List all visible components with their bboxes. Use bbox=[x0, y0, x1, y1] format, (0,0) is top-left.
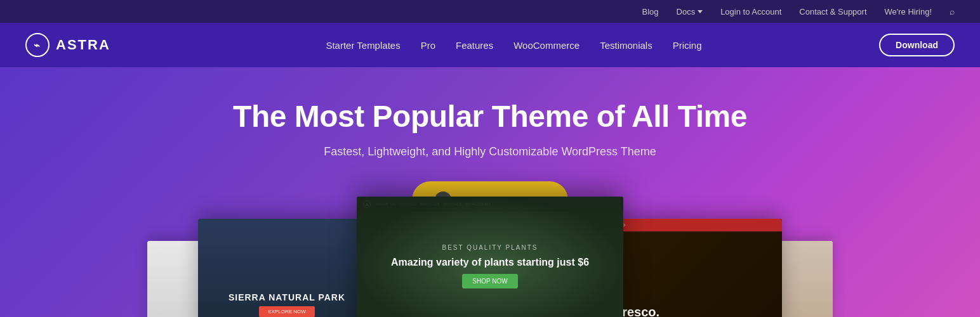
starter-templates-link[interactable]: Starter Templates bbox=[326, 40, 400, 51]
logo-text: ASTRA bbox=[56, 37, 110, 53]
blog-link[interactable]: Blog bbox=[642, 7, 658, 16]
hero-title: The Most Popular Theme of All Time bbox=[233, 99, 747, 134]
screenshot-fresco: FRESCO Fresco. God And Good Wine bbox=[604, 219, 782, 317]
plant-title: Amazing variety of plants starting just … bbox=[391, 256, 589, 269]
testimonials-link[interactable]: Testimonials bbox=[600, 40, 652, 51]
hero-subtitle: Fastest, Lightweight, and Highly Customi… bbox=[324, 145, 656, 158]
login-link[interactable]: Login to Account bbox=[720, 7, 781, 16]
sierra-title: SIERRA NATURAL PARK bbox=[228, 292, 345, 302]
plant-text-block: BEST QUALITY PLANTS Amazing variety of p… bbox=[391, 244, 589, 289]
woocommerce-link[interactable]: WooCommerce bbox=[513, 40, 579, 51]
docs-link[interactable]: Docs bbox=[677, 7, 703, 16]
search-icon[interactable]: ⌕ bbox=[950, 6, 955, 16]
sierra-content: SIERRA NATURAL PARK EXPLORE NOW bbox=[198, 219, 376, 317]
pricing-link[interactable]: Pricing bbox=[673, 40, 702, 51]
contact-link[interactable]: Contact & Support bbox=[799, 7, 866, 16]
preview-container: SIERRA NATURAL PARK EXPLORE NOW A ABOUT … bbox=[173, 190, 807, 317]
top-bar: Blog Docs Login to Account Contact & Sup… bbox=[0, 0, 980, 23]
plant-cta-button[interactable]: SHOP NOW bbox=[462, 274, 517, 288]
chevron-down-icon bbox=[698, 10, 703, 13]
hiring-link[interactable]: We're Hiring! bbox=[885, 7, 932, 16]
hero-section: The Most Popular Theme of All Time Faste… bbox=[0, 67, 980, 317]
screenshot-plants: A ABOUT US CATALOG SERVICES CONTACT MY A… bbox=[357, 197, 623, 317]
pro-link[interactable]: Pro bbox=[421, 40, 435, 51]
fresco-title: Fresco. bbox=[614, 305, 772, 317]
nav-links: Starter Templates Pro Features WooCommer… bbox=[149, 40, 879, 51]
sierra-cta-button[interactable]: EXPLORE NOW bbox=[259, 306, 315, 317]
main-nav: ⌁ ASTRA Starter Templates Pro Features W… bbox=[0, 23, 980, 67]
logo[interactable]: ⌁ ASTRA bbox=[25, 33, 110, 57]
download-button[interactable]: Download bbox=[879, 34, 955, 56]
plant-tagline: BEST QUALITY PLANTS bbox=[391, 244, 589, 251]
fresco-content: Fresco. God And Good Wine bbox=[604, 219, 782, 317]
logo-icon: ⌁ bbox=[34, 39, 41, 51]
fresco-topnav: FRESCO bbox=[604, 219, 782, 231]
screenshot-sierra: SIERRA NATURAL PARK EXPLORE NOW bbox=[198, 219, 376, 317]
logo-circle: ⌁ bbox=[25, 33, 50, 57]
features-link[interactable]: Features bbox=[456, 40, 493, 51]
